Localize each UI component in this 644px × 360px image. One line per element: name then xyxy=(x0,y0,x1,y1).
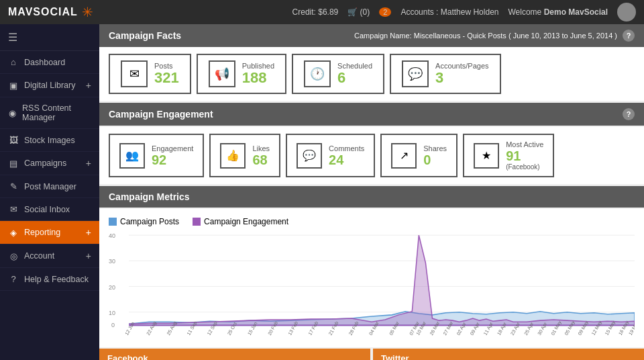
logo: MAVSOCIAL ✳ xyxy=(8,4,93,20)
metrics-legend: Campaign PostsCampaign Engagement xyxy=(109,217,635,226)
sidebar-icon: ◈ xyxy=(8,228,19,238)
campaign-engagement-header: Campaign Engagement ? xyxy=(99,103,644,126)
svg-text:40: 40 xyxy=(109,232,115,239)
twitter-section: Twitter TweetsFavoritesRepliesRetweetsEn… xyxy=(373,349,644,360)
campaign-name-label: Campaign Name: Miscellaneous - Quick Pos… xyxy=(354,32,617,40)
sidebar-label: Account xyxy=(24,251,54,261)
twitter-header: Twitter xyxy=(373,349,644,360)
fact-value: 188 xyxy=(242,70,274,86)
facebook-header: Facebook xyxy=(99,349,370,360)
sidebar-label: Reporting xyxy=(24,228,60,237)
fact-card-posts: ✉ Posts 321 xyxy=(109,54,191,94)
sidebar-icon: ◎ xyxy=(8,251,19,261)
engagement-sub: (Facebook) xyxy=(506,163,543,171)
sidebar-item-social-inbox[interactable]: ✉ Social Inbox xyxy=(0,198,99,221)
engagement-value: 24 xyxy=(329,152,364,167)
sidebar-icon: ▣ xyxy=(8,81,19,91)
logo-star-icon: ✳ xyxy=(82,4,93,20)
engagement-card-likes: 👍 Likes 68 xyxy=(209,134,280,177)
engagement-help-icon[interactable]: ? xyxy=(623,108,635,120)
sidebar-item-rss-content-manager[interactable]: ◉ RSS Content Manager xyxy=(0,97,99,129)
sidebar-label: Dashboard xyxy=(24,58,65,67)
sidebar-icon: ✉ xyxy=(8,204,19,214)
sidebar-plus-icon[interactable]: + xyxy=(86,158,91,169)
sidebar: ☰ ⌂ Dashboard ▣ Digital Library + ◉ RSS … xyxy=(0,24,99,360)
sidebar-plus-icon[interactable]: + xyxy=(86,80,91,91)
engagement-card-comments: 💬 Comments 24 xyxy=(286,134,375,177)
sidebar-plus-icon[interactable]: + xyxy=(86,251,91,261)
topbar: MAVSOCIAL ✳ Credit: $6.89 🛒 (0) 2 Accoun… xyxy=(0,0,644,24)
fact-icon: 🕐 xyxy=(304,60,331,87)
engagement-label: Most Active xyxy=(506,140,543,148)
sidebar-item-campaigns[interactable]: ▤ Campaigns + xyxy=(0,152,99,175)
engagement-card-engagement: 👥 Engagement 92 xyxy=(109,134,204,177)
svg-text:12 Jun: 12 Jun xyxy=(124,321,136,336)
help-icon[interactable]: ? xyxy=(623,30,635,42)
fact-card-accounts/pages: 💬 Accounts/Pages 3 xyxy=(390,54,501,94)
fact-value: 6 xyxy=(337,70,372,86)
svg-text:30: 30 xyxy=(109,258,115,265)
engagement-label: Likes xyxy=(252,144,270,152)
facebook-title: Facebook xyxy=(107,353,148,360)
credit-label: Credit: $6.89 xyxy=(292,7,339,17)
sidebar-item-account[interactable]: ◎ Account + xyxy=(0,244,99,268)
legend-label: Campaign Engagement xyxy=(204,217,288,226)
sidebar-icon: ✎ xyxy=(8,181,19,191)
fact-card-published: 📢 Published 188 xyxy=(197,54,286,94)
fact-value: 321 xyxy=(154,70,179,86)
engagement-section: 👥 Engagement 92 👍 Likes 68 💬 Comments 24… xyxy=(99,127,644,184)
fact-icon: 📢 xyxy=(209,60,235,87)
bottom-row: Facebook PostsLikesCommentsSharesEngagem… xyxy=(99,349,644,360)
hamburger-menu[interactable]: ☰ xyxy=(0,24,99,51)
campaign-metrics-header: Campaign Metrics xyxy=(99,186,644,208)
sidebar-item-post-manager[interactable]: ✎ Post Manager xyxy=(0,175,99,198)
engagement-icon: 👥 xyxy=(119,143,145,169)
engagement-value: 92 xyxy=(152,152,193,167)
metrics-chart: 40 30 20 10 0 12 Jun 22 Aug 25 Aug 11 Se… xyxy=(109,232,635,339)
notif-badge[interactable]: 2 xyxy=(379,7,391,17)
sidebar-item-dashboard[interactable]: ⌂ Dashboard xyxy=(0,51,99,74)
main-layout: ☰ ⌂ Dashboard ▣ Digital Library + ◉ RSS … xyxy=(0,24,644,360)
sidebar-label: Campaigns xyxy=(24,159,66,168)
metrics-chart-svg: 40 30 20 10 0 12 Jun 22 Aug 25 Aug 11 Se… xyxy=(109,232,635,339)
sidebar-label: Stock Images xyxy=(24,136,75,145)
engagement-card-shares: ↗ Shares 0 xyxy=(380,134,458,177)
engagement-label: Engagement xyxy=(152,144,193,152)
sidebar-icon: ▤ xyxy=(8,159,19,169)
sidebar-item-stock-images[interactable]: 🖼 Stock Images xyxy=(0,129,99,152)
sidebar-icon: ◉ xyxy=(8,108,17,118)
sidebar-icon: ? xyxy=(8,274,19,284)
avatar xyxy=(617,3,636,21)
svg-text:0: 0 xyxy=(111,322,115,328)
sidebar-label: Help & Feedback xyxy=(24,275,89,284)
sidebar-label: Post Manager xyxy=(24,182,76,191)
facts-row: ✉ Posts 321 📢 Published 188 🕐 Scheduled … xyxy=(109,54,635,94)
campaign-metrics-title: Campaign Metrics xyxy=(109,191,190,202)
twitter-title: Twitter xyxy=(381,353,409,360)
content-area: Campaign Facts Campaign Name: Miscellane… xyxy=(99,24,644,360)
engagement-row: 👥 Engagement 92 👍 Likes 68 💬 Comments 24… xyxy=(109,134,635,177)
sidebar-item-reporting[interactable]: ◈ Reporting + xyxy=(0,221,99,244)
engagement-icon: 👍 xyxy=(220,143,246,169)
accounts-label[interactable]: Accounts : Matthew Holden xyxy=(400,7,498,17)
hamburger-icon: ☰ xyxy=(8,32,17,43)
legend-item: Campaign Posts xyxy=(109,217,179,226)
metrics-section: Campaign PostsCampaign Engagement 40 30 … xyxy=(99,209,644,347)
fact-value: 3 xyxy=(435,70,489,86)
fact-card-scheduled: 🕐 Scheduled 6 xyxy=(292,54,384,94)
svg-text:20: 20 xyxy=(109,284,115,291)
sidebar-item-digital-library[interactable]: ▣ Digital Library + xyxy=(0,74,99,97)
sidebar-icon: 🖼 xyxy=(8,135,19,145)
sidebar-item-help-&-feedback[interactable]: ? Help & Feedback xyxy=(0,268,99,291)
svg-text:10: 10 xyxy=(109,310,115,316)
cart-label[interactable]: 🛒 (0) xyxy=(347,7,370,17)
engagement-icon: ★ xyxy=(474,143,499,169)
sidebar-icon: ⌂ xyxy=(8,57,19,67)
sidebar-label: Digital Library xyxy=(24,81,75,90)
engagement-value: 68 xyxy=(252,152,270,167)
sidebar-plus-icon[interactable]: + xyxy=(86,227,91,238)
campaign-facts-title: Campaign Facts xyxy=(109,30,181,41)
engagement-card-most active: ★ Most Active 91 (Facebook) xyxy=(463,134,554,177)
facts-section: ✉ Posts 321 📢 Published 188 🕐 Scheduled … xyxy=(99,47,644,101)
campaign-facts-header: Campaign Facts Campaign Name: Miscellane… xyxy=(99,24,644,47)
